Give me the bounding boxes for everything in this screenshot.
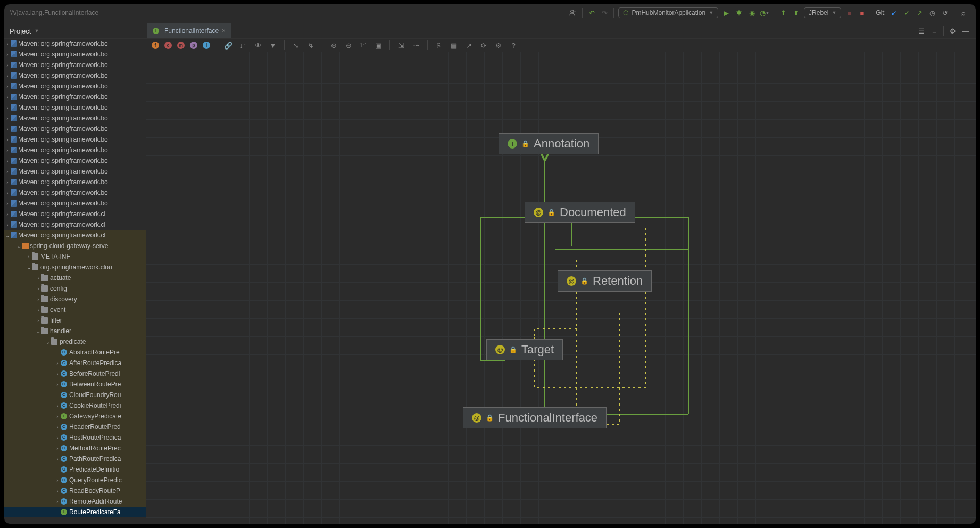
help-icon[interactable]: ? bbox=[509, 40, 518, 50]
hide-icon[interactable]: — bbox=[961, 26, 970, 36]
tree-item[interactable]: CCloudFoundryRou bbox=[4, 390, 146, 400]
expand-all-icon[interactable]: ≡ bbox=[929, 26, 939, 36]
settings-icon[interactable]: ⚙ bbox=[948, 26, 958, 36]
tree-item[interactable]: ›Maven: org.springframework.bo bbox=[4, 166, 146, 177]
tree-item[interactable]: ›Maven: org.springframework.bo bbox=[4, 102, 146, 113]
property-filter-icon[interactable]: p bbox=[190, 42, 197, 49]
diagram-node-target[interactable]: @🔒Target bbox=[486, 339, 563, 360]
field-filter-icon[interactable]: f bbox=[152, 42, 159, 49]
inner-filter-icon[interactable]: i bbox=[203, 42, 210, 49]
tree-item[interactable]: ›CCookieRoutePredi bbox=[4, 400, 146, 411]
tree-item[interactable]: ›CPathRoutePredica bbox=[4, 453, 146, 464]
profile-icon[interactable]: ◔▼ bbox=[760, 8, 769, 18]
tree-item[interactable]: ›CHeaderRoutePred bbox=[4, 422, 146, 432]
dependencies-icon[interactable]: 🔗 bbox=[223, 40, 233, 50]
tree-item[interactable]: ›IGatewayPredicate bbox=[4, 411, 146, 422]
tree-item[interactable]: ›Maven: org.springframework.bo bbox=[4, 113, 146, 123]
tree-item[interactable]: ›config bbox=[4, 283, 146, 294]
tree-item[interactable]: ›META-INF bbox=[4, 251, 146, 262]
tree-item[interactable]: ›Maven: org.springframework.bo bbox=[4, 38, 146, 49]
route-icon[interactable]: ↯ bbox=[306, 40, 315, 50]
stop-icon[interactable]: ■ bbox=[857, 8, 867, 18]
diagram-canvas[interactable]: I🔒Annotation @🔒Documented @🔒Retention @🔒… bbox=[146, 52, 976, 524]
coverage-icon[interactable]: ◉ bbox=[747, 8, 757, 18]
tree-item[interactable]: ›CHostRoutePredica bbox=[4, 432, 146, 443]
tree-item[interactable]: ›Maven: org.springframework.cl bbox=[4, 219, 146, 230]
git-push-icon[interactable]: ↗ bbox=[915, 8, 924, 18]
add-user-icon[interactable] bbox=[568, 8, 578, 18]
zoom-actual-icon[interactable]: 1:1 bbox=[359, 40, 368, 50]
diagram-node-functionalinterface[interactable]: @🔒FunctionalInterface bbox=[463, 407, 607, 428]
tree-item[interactable]: ›actuate bbox=[4, 273, 146, 283]
search-icon[interactable]: ⌕ bbox=[959, 8, 968, 18]
tree-item[interactable]: ›Maven: org.springframework.bo bbox=[4, 92, 146, 102]
select-opened-icon[interactable]: ☰ bbox=[917, 26, 926, 36]
back-icon[interactable]: ↶ bbox=[587, 8, 596, 18]
tree-item[interactable]: ›event bbox=[4, 304, 146, 315]
diagram-node-retention[interactable]: @🔒Retention bbox=[558, 270, 652, 292]
tree-item[interactable]: ›Maven: org.springframework.bo bbox=[4, 123, 146, 134]
visibility-icon[interactable]: 👁 bbox=[253, 40, 263, 50]
filter-icon[interactable]: ▼ bbox=[268, 40, 278, 50]
sort-icon[interactable]: ↓↑ bbox=[238, 40, 248, 50]
fit-icon[interactable]: ▣ bbox=[373, 40, 383, 50]
jrebel-dropdown[interactable]: JRebel▼ bbox=[804, 7, 841, 18]
tree-item[interactable]: ›CRemoteAddrRoute bbox=[4, 496, 146, 507]
git-rollback-icon[interactable]: ↺ bbox=[940, 8, 950, 18]
jrebel-icon-2[interactable]: ⬆ bbox=[791, 8, 801, 18]
tree-item[interactable]: ⌄handler bbox=[4, 326, 146, 336]
zoom-out-icon[interactable]: ⊖ bbox=[344, 40, 353, 50]
close-tab-icon[interactable]: × bbox=[222, 27, 226, 35]
route-edges-icon[interactable]: ⤳ bbox=[411, 40, 421, 50]
tree-item-selected[interactable]: IRoutePredicateFa bbox=[4, 507, 146, 517]
jrebel-icon-1[interactable]: ⬆ bbox=[778, 8, 788, 18]
debug-icon[interactable] bbox=[734, 8, 744, 18]
tree-item[interactable]: ›CQueryRoutePredic bbox=[4, 475, 146, 485]
tree-item[interactable]: ⌄predicate bbox=[4, 336, 146, 347]
zoom-in-icon[interactable]: ⊕ bbox=[329, 40, 338, 50]
tree-item[interactable]: ›Maven: org.springframework.bo bbox=[4, 49, 146, 60]
run-config-selector[interactable]: ⬡PmHubMonitorApplication▼ bbox=[618, 7, 718, 18]
project-view-dropdown-icon[interactable]: ▼ bbox=[34, 28, 39, 34]
tree-item[interactable]: ⌄org.springframework.clou bbox=[4, 262, 146, 273]
run-icon[interactable]: ▶ bbox=[721, 8, 731, 18]
tree-item[interactable]: ›Maven: org.springframework.bo bbox=[4, 81, 146, 92]
snapshot-icon[interactable]: ▤ bbox=[449, 40, 459, 50]
diagram-node-annotation[interactable]: I🔒Annotation bbox=[499, 133, 599, 154]
layout-icon[interactable]: ⤡ bbox=[291, 40, 301, 50]
tree-item[interactable]: ›Maven: org.springframework.bo bbox=[4, 70, 146, 81]
git-commit-icon[interactable]: ✓ bbox=[902, 8, 911, 18]
diagram-settings-icon[interactable]: ⚙ bbox=[494, 40, 503, 50]
tree-item[interactable]: ›filter bbox=[4, 315, 146, 326]
tree-item[interactable]: ›Maven: org.springframework.bo bbox=[4, 198, 146, 209]
tree-item[interactable]: ›Maven: org.springframework.cl bbox=[4, 209, 146, 219]
method-filter-icon[interactable]: m bbox=[177, 42, 185, 49]
tree-item[interactable]: ›CBeforeRoutePredi bbox=[4, 368, 146, 379]
tree-item[interactable]: ›CBetweenRoutePre bbox=[4, 379, 146, 390]
tree-item[interactable]: ›Maven: org.springframework.bo bbox=[4, 145, 146, 155]
tree-item[interactable]: ›CMethodRoutePrec bbox=[4, 443, 146, 453]
refresh-icon[interactable]: ⟳ bbox=[479, 40, 488, 50]
tree-item[interactable]: CPredicateDefinitio bbox=[4, 464, 146, 475]
tree-item[interactable]: ›Maven: org.springframework.bo bbox=[4, 187, 146, 198]
git-update-icon[interactable]: ↙ bbox=[889, 8, 899, 18]
copy-icon[interactable]: ⎘ bbox=[434, 40, 444, 50]
diagram-node-documented[interactable]: @🔒Documented bbox=[525, 202, 635, 223]
tree-item[interactable]: ›Maven: org.springframework.bo bbox=[4, 177, 146, 187]
apply-layout-icon[interactable]: ⇲ bbox=[396, 40, 406, 50]
tree-item[interactable]: ›discovery bbox=[4, 294, 146, 304]
export-icon[interactable]: ↗ bbox=[464, 40, 474, 50]
tree-item[interactable]: ⌄Maven: org.springframework.cl bbox=[4, 230, 146, 241]
tree-item[interactable]: ›Maven: org.springframework.bo bbox=[4, 134, 146, 145]
tree-item[interactable]: CAbstractRoutePre bbox=[4, 347, 146, 358]
tree-item[interactable]: ›CReadBodyRouteP bbox=[4, 485, 146, 496]
forward-icon[interactable]: ↷ bbox=[600, 8, 609, 18]
editor-tab[interactable]: I FunctionalInterface × bbox=[147, 23, 231, 38]
tree-item[interactable]: ›Maven: org.springframework.bo bbox=[4, 155, 146, 166]
tree-item[interactable]: ›CAfterRoutePredica bbox=[4, 358, 146, 368]
constructor-filter-icon[interactable]: c bbox=[164, 42, 172, 49]
project-view-label[interactable]: Project bbox=[10, 27, 31, 35]
tree-item[interactable]: ›Maven: org.springframework.bo bbox=[4, 60, 146, 70]
git-history-icon[interactable]: ◷ bbox=[927, 8, 937, 18]
tree-item[interactable]: ⌄spring-cloud-gateway-serve bbox=[4, 241, 146, 251]
